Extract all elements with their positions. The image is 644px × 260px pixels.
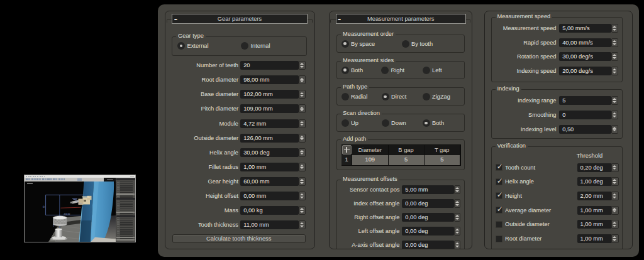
svg-text:60: 60 [43,206,45,209]
svg-text:214,00: 214,00 [64,213,70,215]
